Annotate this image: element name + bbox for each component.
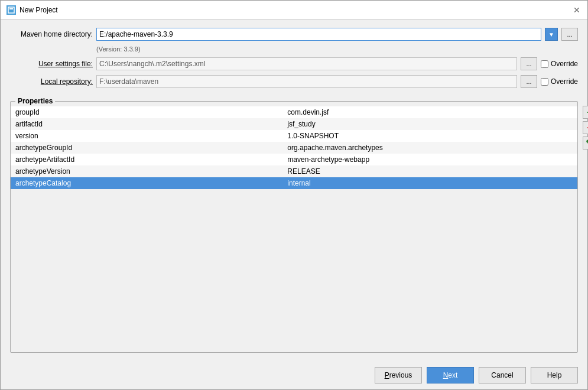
dialog-footer: Previous Next Cancel Help (1, 361, 587, 389)
title-bar-left: New Project (7, 5, 58, 15)
table-row[interactable]: archetypeGroupIdorg.apache.maven.archety… (11, 142, 577, 154)
maven-home-row: Maven home directory: ▼ ... (10, 28, 578, 41)
properties-legend: Properties (15, 97, 55, 105)
version-hint: (Version: 3.3.9) (96, 46, 578, 53)
previous-button[interactable]: Previous (375, 367, 422, 384)
properties-section: Properties groupIdcom.devin.jsfartifactI… (10, 101, 578, 353)
edit-property-btn[interactable]: ✎ (583, 136, 588, 150)
prop-value: maven-archetype-webapp (282, 154, 577, 165)
table-row[interactable]: archetypeVersionRELEASE (11, 165, 577, 177)
svg-rect-1 (9, 8, 13, 9)
properties-area: Properties groupIdcom.devin.jsfartifactI… (10, 98, 578, 353)
svg-rect-0 (8, 7, 14, 13)
user-settings-label: User settings file: (10, 60, 93, 68)
maven-home-browse-btn[interactable]: ... (561, 28, 578, 41)
prop-value: jsf_study (282, 118, 577, 130)
local-repo-browse-btn[interactable]: ... (521, 75, 537, 88)
table-row[interactable]: archetypeArtifactIdmaven-archetype-webap… (11, 154, 577, 165)
table-row[interactable]: version1.0-SNAPSHOT (11, 130, 577, 142)
prop-key: archetypeArtifactId (11, 154, 282, 165)
maven-home-input[interactable] (96, 28, 541, 41)
next-button[interactable]: Next (427, 367, 474, 384)
prop-key: version (11, 130, 282, 142)
help-button[interactable]: Help (531, 367, 578, 384)
properties-table-wrapper[interactable]: groupIdcom.devin.jsfartifactIdjsf_studyv… (11, 106, 577, 352)
local-repo-override-checkbox[interactable] (541, 78, 548, 86)
local-repo-input[interactable] (96, 75, 517, 88)
prop-value: 1.0-SNAPSHOT (282, 130, 577, 142)
window-title: New Project (20, 6, 58, 14)
dialog-content: Maven home directory: ▼ ... (Version: 3.… (1, 20, 587, 361)
prop-key: archetypeCatalog (11, 177, 282, 189)
table-row[interactable]: groupIdcom.devin.jsf (11, 106, 577, 118)
prop-action-buttons: + − ✎ (583, 106, 588, 150)
prop-key: artifactId (11, 118, 282, 130)
prop-key: archetypeGroupId (11, 142, 282, 154)
local-repo-override-label: Override (551, 77, 578, 86)
properties-table: groupIdcom.devin.jsfartifactIdjsf_studyv… (11, 106, 577, 189)
new-project-dialog: New Project ✕ Maven home directory: ▼ ..… (0, 0, 588, 390)
maven-home-dropdown-btn[interactable]: ▼ (545, 28, 558, 41)
local-repo-label: Local repository: (10, 77, 93, 86)
user-settings-override-label: Override (551, 60, 578, 68)
add-property-btn[interactable]: + (583, 106, 588, 119)
maven-home-label: Maven home directory: (10, 30, 93, 38)
window-icon (7, 5, 16, 15)
table-row[interactable]: archetypeCataloginternal (11, 177, 577, 189)
local-repo-row: Local repository: ... Override (10, 75, 578, 88)
user-settings-input[interactable] (96, 57, 517, 70)
prop-value: RELEASE (282, 165, 577, 177)
local-repo-override-row: Override (541, 77, 578, 86)
user-settings-browse-btn[interactable]: ... (521, 57, 537, 70)
prop-value: internal (282, 177, 577, 189)
close-button[interactable]: ✕ (572, 5, 581, 15)
prop-key: groupId (11, 106, 282, 118)
cancel-button[interactable]: Cancel (479, 367, 526, 384)
prop-value: org.apache.maven.archetypes (282, 142, 577, 154)
prop-key: archetypeVersion (11, 165, 282, 177)
remove-property-btn[interactable]: − (583, 121, 588, 134)
table-row[interactable]: artifactIdjsf_study (11, 118, 577, 130)
user-settings-override-row: Override (541, 60, 578, 68)
user-settings-row: User settings file: ... Override (10, 57, 578, 70)
user-settings-override-checkbox[interactable] (541, 60, 548, 68)
prop-value: com.devin.jsf (282, 106, 577, 118)
user-settings-label-text: User settings file: (38, 60, 93, 68)
title-bar: New Project ✕ (1, 1, 587, 20)
local-repo-label-text: Local repository: (41, 77, 93, 86)
